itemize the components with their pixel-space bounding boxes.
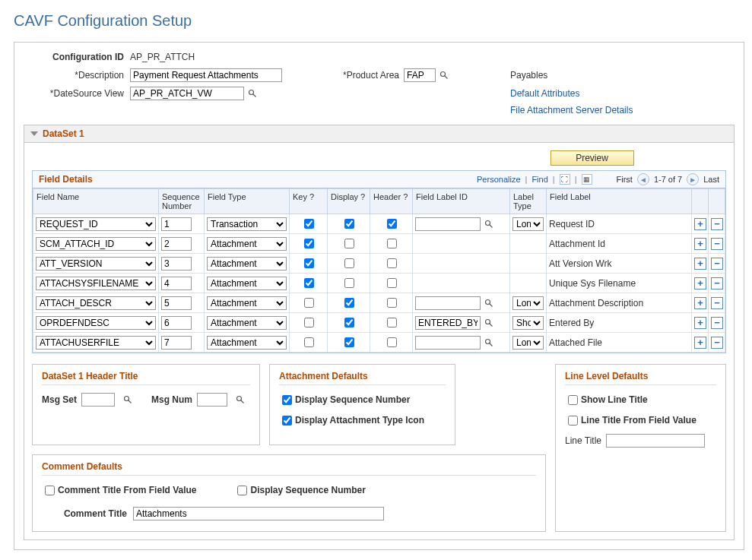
display-seq-checkbox[interactable] — [282, 395, 292, 405]
default-attributes-link[interactable]: Default Attributes — [510, 88, 579, 99]
field-name-select[interactable]: ATT_VERSION — [36, 257, 156, 271]
dataset-header[interactable]: DataSet 1 — [24, 125, 735, 143]
header-checkbox[interactable] — [387, 298, 397, 308]
display-checkbox[interactable] — [344, 258, 354, 268]
sequence-input[interactable] — [161, 296, 192, 310]
field-type-select[interactable]: Attachment — [207, 296, 287, 310]
display-icon-checkbox[interactable] — [282, 416, 292, 426]
field-name-select[interactable]: SCM_ATTACH_ID — [36, 237, 156, 251]
add-row-button[interactable]: + — [694, 317, 706, 329]
col-key[interactable]: Key ? — [290, 189, 328, 214]
field-name-select[interactable]: REQUEST_ID — [36, 217, 156, 231]
add-row-button[interactable]: + — [694, 337, 706, 349]
product-area-lookup-icon[interactable] — [439, 70, 449, 81]
file-attachment-link[interactable]: File Attachment Server Details — [510, 105, 633, 115]
label-type-select[interactable]: Long — [512, 217, 544, 231]
header-checkbox[interactable] — [387, 278, 397, 288]
next-arrow-icon[interactable]: ► — [687, 173, 699, 185]
field-label-id-lookup-icon[interactable] — [484, 337, 494, 348]
display-checkbox[interactable] — [344, 278, 354, 288]
add-row-button[interactable]: + — [694, 258, 706, 270]
delete-row-button[interactable]: − — [711, 238, 723, 250]
col-fieldtype[interactable]: Field Type — [205, 189, 290, 214]
sequence-input[interactable] — [161, 316, 192, 330]
label-type-select[interactable]: Long — [512, 296, 544, 310]
key-checkbox[interactable] — [304, 219, 314, 229]
field-label-id-input[interactable] — [415, 217, 481, 231]
sequence-input[interactable] — [161, 237, 192, 251]
field-label-id-lookup-icon[interactable] — [484, 318, 494, 328]
zoom-icon[interactable]: ⛶ — [560, 174, 570, 185]
col-header[interactable]: Header ? — [370, 189, 413, 214]
msg-set-lookup-icon[interactable] — [122, 394, 133, 405]
label-type-select[interactable]: Shor — [512, 316, 544, 330]
delete-row-button[interactable]: − — [711, 258, 723, 270]
field-type-select[interactable]: Transaction — [207, 217, 287, 231]
header-checkbox[interactable] — [387, 318, 397, 327]
header-checkbox[interactable] — [387, 337, 397, 347]
key-checkbox[interactable] — [304, 258, 314, 268]
sequence-input[interactable] — [161, 257, 192, 271]
key-checkbox[interactable] — [304, 239, 314, 248]
sequence-input[interactable] — [161, 217, 192, 231]
add-row-button[interactable]: + — [694, 277, 706, 289]
delete-row-button[interactable]: − — [711, 317, 723, 329]
last-label[interactable]: Last — [703, 175, 719, 184]
comment-from-field-checkbox[interactable] — [45, 486, 55, 495]
field-label-id-lookup-icon[interactable] — [484, 219, 494, 229]
first-label[interactable]: First — [617, 175, 633, 184]
field-name-select[interactable]: ATTACHSYSFILENAME — [36, 277, 156, 290]
product-area-input[interactable] — [404, 68, 436, 82]
col-labeltype[interactable]: Label Type — [510, 189, 547, 214]
description-input[interactable] — [130, 68, 282, 82]
field-type-select[interactable]: Attachment — [207, 277, 287, 290]
datasource-lookup-icon[interactable] — [247, 88, 258, 99]
field-name-select[interactable]: OPRDEFNDESC — [36, 316, 156, 330]
key-checkbox[interactable] — [304, 318, 314, 327]
field-label-id-input[interactable] — [415, 296, 481, 310]
prev-arrow-icon[interactable]: ◄ — [637, 173, 649, 185]
delete-row-button[interactable]: − — [711, 337, 723, 349]
display-checkbox[interactable] — [344, 318, 354, 327]
key-checkbox[interactable] — [304, 337, 314, 347]
collapse-icon[interactable] — [30, 131, 38, 136]
line-title-input[interactable] — [606, 434, 705, 448]
col-labelid[interactable]: Field Label ID — [413, 189, 510, 214]
line-title-from-field-checkbox[interactable] — [568, 416, 578, 426]
display-checkbox[interactable] — [344, 337, 354, 347]
col-fieldname[interactable]: Field Name — [33, 189, 159, 214]
msg-num-lookup-icon[interactable] — [235, 394, 246, 405]
delete-row-button[interactable]: − — [711, 218, 723, 230]
field-label-id-lookup-icon[interactable] — [484, 298, 494, 308]
preview-button[interactable]: Preview — [551, 150, 634, 166]
display-checkbox[interactable] — [344, 298, 354, 308]
col-seq[interactable]: Sequence Number — [159, 189, 205, 214]
field-type-select[interactable]: Attachment — [207, 257, 287, 271]
comment-title-input[interactable] — [133, 507, 384, 520]
display-checkbox[interactable] — [344, 239, 354, 248]
label-type-select[interactable]: Long — [512, 336, 544, 350]
add-row-button[interactable]: + — [694, 238, 706, 250]
sequence-input[interactable] — [161, 277, 192, 290]
field-name-select[interactable]: ATTACHUSERFILE — [36, 336, 156, 350]
show-line-title-checkbox[interactable] — [568, 395, 578, 405]
delete-row-button[interactable]: − — [711, 277, 723, 289]
col-display[interactable]: Display ? — [328, 189, 370, 214]
delete-row-button[interactable]: − — [711, 297, 723, 309]
key-checkbox[interactable] — [304, 278, 314, 288]
field-type-select[interactable]: Attachment — [207, 237, 287, 251]
field-label-id-input[interactable] — [415, 336, 481, 350]
add-row-button[interactable]: + — [694, 218, 706, 230]
display-checkbox[interactable] — [344, 219, 354, 229]
field-label-id-input[interactable] — [415, 316, 481, 330]
find-link[interactable]: Find — [531, 175, 547, 184]
header-checkbox[interactable] — [387, 219, 397, 229]
download-icon[interactable]: ▦ — [582, 174, 592, 185]
key-checkbox[interactable] — [304, 298, 314, 308]
msg-set-input[interactable] — [81, 393, 115, 407]
header-checkbox[interactable] — [387, 239, 397, 248]
field-type-select[interactable]: Attachment — [207, 336, 287, 350]
field-type-select[interactable]: Attachment — [207, 316, 287, 330]
sequence-input[interactable] — [161, 336, 192, 350]
add-row-button[interactable]: + — [694, 297, 706, 309]
